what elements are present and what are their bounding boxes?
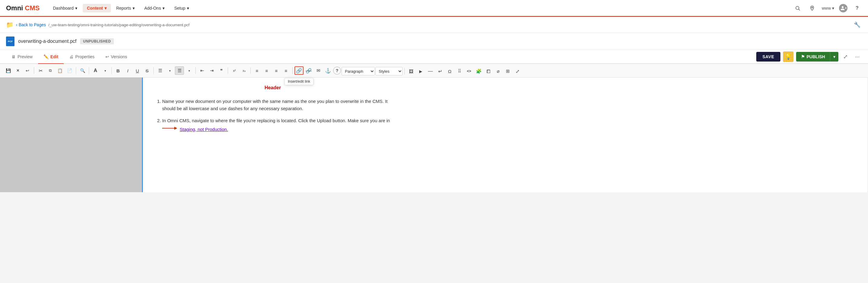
back-label: Back to Pages [19,22,46,27]
cut-button[interactable]: ✂ [36,66,45,75]
subscript-button[interactable]: x₂ [240,66,249,75]
font-size-drop[interactable]: ▾ [100,66,110,75]
indent-button[interactable]: ⇥ [207,66,216,75]
save-button[interactable]: SAVE [756,52,780,62]
nav-item-reports[interactable]: Reports ▾ [112,4,139,12]
addons-label: Add-Ons [144,6,161,10]
www-dropdown[interactable]: www ▾ [822,6,834,10]
unlink-button[interactable]: 🔗 [304,66,313,75]
svg-marker-4 [174,127,177,130]
align-left-button[interactable]: ≡ [252,66,261,75]
avatar-arrow: ▾ [845,6,846,10]
properties-label: Properties [75,54,95,59]
help-button[interactable]: ? [852,3,862,13]
setup-arrow: ▾ [187,6,189,10]
editor-content[interactable]: Header Name your new document on your co… [142,77,868,192]
list-item-2: In Omni CMS, navigate to where the file … [162,117,391,133]
sep7 [228,67,228,74]
tab-versions[interactable]: ↩ Versions [100,50,132,64]
publish-button[interactable]: ⚑ PUBLISH [796,52,830,62]
toolbar-row-2: Paragraph Heading 1 Heading 2 Heading 3 … [342,67,522,75]
tabs-left: 🖥 Preview ✏️ Edit 🖨 Properties ↩ Version… [6,50,756,63]
underline-button[interactable]: U [133,66,142,75]
code-button[interactable]: <> [465,67,473,75]
editor-area: Header Name your new document on your co… [0,77,868,192]
return-button[interactable]: ↵ [435,67,444,75]
align-justify-button[interactable]: ≡ [281,66,290,75]
file-icon: PCF [6,36,14,46]
email-button[interactable]: ✉ [314,66,323,75]
back-to-pages-link[interactable]: ‹ Back to Pages [16,22,46,27]
link-tooltip-container: 🔗 Insert/edit link [294,66,304,75]
user-avatar[interactable]: ▾ [839,4,847,12]
ol-button[interactable]: ☰ [175,66,184,75]
dashboard-arrow: ▾ [75,6,77,10]
align-center-button[interactable]: ≡ [262,66,271,75]
ol-drop[interactable]: ▾ [185,66,194,75]
sep4 [112,67,112,74]
editor-content-inner: Header Name your new document on your co… [155,83,391,133]
expand-button[interactable]: ⤢ [841,52,850,61]
tab-preview[interactable]: 🖥 Preview [6,50,38,64]
list-item-1: Name your new document on your computer … [162,98,391,112]
remove-format-button[interactable]: ⌀ [494,67,502,75]
italic-button[interactable]: I [123,66,132,75]
dotted-button[interactable]: ⠿ [455,67,464,75]
font-size-button[interactable]: A [91,66,100,75]
strikethrough-button[interactable]: S [143,66,152,75]
outdent-button[interactable]: ⇤ [197,66,207,75]
insert-media-button[interactable]: ▶ [416,67,425,75]
preview-label: Preview [18,54,33,59]
search-button[interactable] [793,3,803,13]
align-right-button[interactable]: ≡ [272,66,281,75]
insert-image-button[interactable]: 🖼 [406,67,415,75]
find-button[interactable]: 🔍 [78,66,87,75]
copy-button[interactable]: ⧉ [45,66,55,75]
settings-icon[interactable]: 🔧 [852,20,862,30]
bold-button[interactable]: B [114,66,123,75]
insert-link-button[interactable]: 🔗 [294,66,304,75]
anchor-button[interactable]: ⚓ [323,66,333,75]
publish-group: ⚑ PUBLISH ▾ [796,52,838,62]
editor-sidebar [0,77,142,192]
crop-button[interactable]: ⧠ [484,67,493,75]
plugin-button[interactable]: 🧩 [474,67,483,75]
styles-select[interactable]: Styles [375,67,403,75]
nav-item-addons[interactable]: Add-Ons ▾ [140,4,169,12]
blockquote-button[interactable]: ❝ [217,66,226,75]
special-char-button[interactable]: Ω [445,67,454,75]
lightbulb-button[interactable]: 💡 [783,51,794,62]
hr-button[interactable]: — [426,67,435,75]
tab-edit[interactable]: ✏️ Edit [38,50,64,64]
sep10 [404,68,405,74]
publish-dropdown-button[interactable]: ▾ [830,52,838,62]
breadcrumb-right: 🔧 [852,20,862,30]
sep6 [195,67,196,74]
nav-item-content[interactable]: Content ▾ [83,4,111,12]
ul-drop[interactable]: ▾ [165,66,174,75]
save-doc-button[interactable]: 💾 [4,66,13,75]
paste-button[interactable]: 📋 [55,66,64,75]
edit-label: Edit [51,54,58,59]
close-doc-button[interactable]: ✕ [13,66,22,75]
tabs-right: SAVE 💡 ⚑ PUBLISH ▾ ⤢ ··· [756,51,862,62]
undo-button[interactable]: ↩ [23,66,32,75]
sep9 [292,67,293,74]
sep1 [34,67,34,74]
arrow-icon [162,126,177,133]
sep5 [153,67,154,74]
table-button[interactable]: ⊞ [503,67,512,75]
content-title: Header [155,83,391,92]
nav-item-setup[interactable]: Setup ▾ [170,4,193,12]
help-editor-button[interactable]: ? [333,67,341,74]
ul-button[interactable]: ☰ [156,66,164,75]
properties-icon: 🖨 [69,54,73,59]
fullscreen-button[interactable]: ⤢ [513,67,522,75]
staging-link[interactable]: Staging, not Production. [180,126,228,133]
more-button[interactable]: ··· [852,52,862,61]
superscript-button[interactable]: x² [230,66,239,75]
paste-word-button[interactable]: 📄 [65,66,74,75]
nav-item-dashboard[interactable]: Dashboard ▾ [49,4,82,12]
paragraph-select[interactable]: Paragraph Heading 1 Heading 2 Heading 3 [342,67,375,75]
tab-properties[interactable]: 🖨 Properties [64,50,100,64]
